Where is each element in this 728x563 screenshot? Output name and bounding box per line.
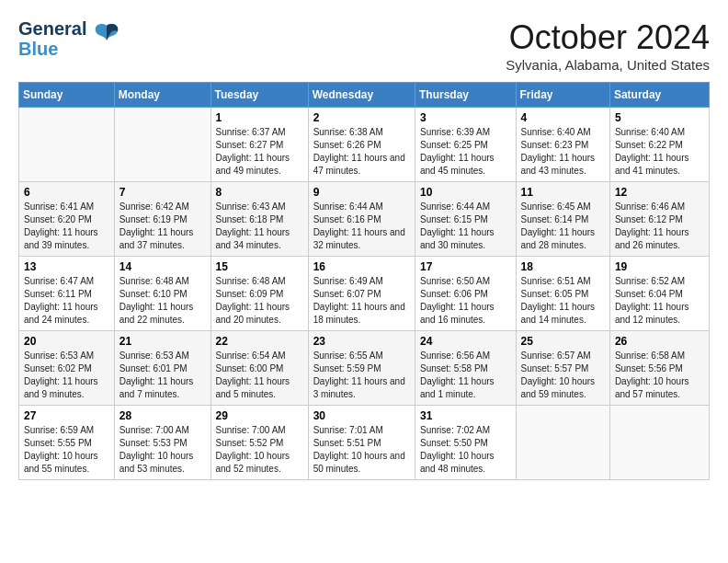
calendar-week-row: 1Sunrise: 6:37 AM Sunset: 6:27 PM Daylig…	[19, 108, 710, 182]
day-info: Sunrise: 7:00 AM Sunset: 5:52 PM Dayligh…	[216, 424, 303, 476]
calendar-week-row: 13Sunrise: 6:47 AM Sunset: 6:11 PM Dayli…	[19, 257, 710, 331]
day-number: 3	[420, 111, 511, 124]
day-number: 25	[521, 335, 605, 348]
day-number: 9	[313, 186, 410, 199]
day-info: Sunrise: 6:46 AM Sunset: 6:12 PM Dayligh…	[615, 201, 704, 252]
day-number: 13	[24, 260, 109, 273]
calendar-header-row: SundayMondayTuesdayWednesdayThursdayFrid…	[19, 83, 710, 108]
calendar-cell: 27Sunrise: 6:59 AM Sunset: 5:55 PM Dayli…	[19, 406, 115, 480]
day-number: 6	[24, 186, 109, 199]
calendar-cell	[114, 108, 210, 182]
calendar-body: 1Sunrise: 6:37 AM Sunset: 6:27 PM Daylig…	[19, 108, 710, 480]
calendar-cell: 28Sunrise: 7:00 AM Sunset: 5:53 PM Dayli…	[114, 406, 210, 480]
calendar-cell: 3Sunrise: 6:39 AM Sunset: 6:25 PM Daylig…	[415, 108, 516, 182]
day-info: Sunrise: 6:48 AM Sunset: 6:10 PM Dayligh…	[119, 275, 206, 327]
day-info: Sunrise: 6:53 AM Sunset: 6:01 PM Dayligh…	[119, 350, 206, 401]
day-number: 8	[216, 186, 303, 199]
day-number: 10	[420, 186, 511, 199]
calendar-cell: 30Sunrise: 7:01 AM Sunset: 5:51 PM Dayli…	[308, 406, 415, 480]
logo-line2: Blue	[18, 39, 86, 59]
day-of-week-header: Wednesday	[308, 83, 415, 108]
day-info: Sunrise: 6:48 AM Sunset: 6:09 PM Dayligh…	[216, 275, 303, 327]
day-of-week-header: Saturday	[609, 83, 709, 108]
logo-line1: General	[18, 18, 86, 39]
day-number: 7	[119, 186, 206, 199]
calendar-cell: 13Sunrise: 6:47 AM Sunset: 6:11 PM Dayli…	[19, 257, 115, 331]
day-number: 18	[521, 260, 605, 273]
day-number: 20	[24, 335, 109, 348]
day-number: 30	[313, 409, 410, 422]
day-info: Sunrise: 6:57 AM Sunset: 5:57 PM Dayligh…	[521, 350, 605, 401]
title-section: October 2024 Sylvania, Alabama, United S…	[506, 18, 710, 73]
logo: General Blue	[18, 18, 123, 59]
day-info: Sunrise: 6:55 AM Sunset: 5:59 PM Dayligh…	[313, 350, 410, 401]
day-number: 31	[420, 409, 511, 422]
day-info: Sunrise: 6:40 AM Sunset: 6:23 PM Dayligh…	[521, 126, 605, 178]
calendar-cell: 29Sunrise: 7:00 AM Sunset: 5:52 PM Dayli…	[210, 406, 308, 480]
month-title: October 2024	[506, 18, 710, 57]
day-info: Sunrise: 6:59 AM Sunset: 5:55 PM Dayligh…	[24, 424, 109, 476]
calendar-cell: 25Sunrise: 6:57 AM Sunset: 5:57 PM Dayli…	[516, 331, 609, 406]
calendar-cell: 22Sunrise: 6:54 AM Sunset: 6:00 PM Dayli…	[210, 331, 308, 406]
day-of-week-header: Monday	[114, 83, 210, 108]
day-info: Sunrise: 6:43 AM Sunset: 6:18 PM Dayligh…	[216, 201, 303, 252]
day-info: Sunrise: 7:01 AM Sunset: 5:51 PM Dayligh…	[313, 424, 410, 476]
day-number: 28	[119, 409, 206, 422]
calendar-cell: 21Sunrise: 6:53 AM Sunset: 6:01 PM Dayli…	[114, 331, 210, 406]
day-number: 14	[119, 260, 206, 273]
day-number: 16	[313, 260, 410, 273]
calendar-cell: 31Sunrise: 7:02 AM Sunset: 5:50 PM Dayli…	[415, 406, 516, 480]
day-number: 4	[521, 111, 605, 124]
calendar-cell: 10Sunrise: 6:44 AM Sunset: 6:15 PM Dayli…	[415, 182, 516, 257]
day-info: Sunrise: 6:41 AM Sunset: 6:20 PM Dayligh…	[24, 201, 109, 252]
page-header: General Blue October 2024 Sylvania, Alab…	[18, 18, 710, 73]
day-info: Sunrise: 6:56 AM Sunset: 5:58 PM Dayligh…	[420, 350, 511, 401]
calendar-cell: 2Sunrise: 6:38 AM Sunset: 6:26 PM Daylig…	[308, 108, 415, 182]
day-number: 24	[420, 335, 511, 348]
day-info: Sunrise: 6:38 AM Sunset: 6:26 PM Dayligh…	[313, 126, 410, 178]
calendar-cell: 15Sunrise: 6:48 AM Sunset: 6:09 PM Dayli…	[210, 257, 308, 331]
day-info: Sunrise: 7:00 AM Sunset: 5:53 PM Dayligh…	[119, 424, 206, 476]
day-of-week-header: Tuesday	[210, 83, 308, 108]
calendar-week-row: 27Sunrise: 6:59 AM Sunset: 5:55 PM Dayli…	[19, 406, 710, 480]
day-info: Sunrise: 6:47 AM Sunset: 6:11 PM Dayligh…	[24, 275, 109, 327]
day-info: Sunrise: 7:02 AM Sunset: 5:50 PM Dayligh…	[420, 424, 511, 476]
calendar-cell: 17Sunrise: 6:50 AM Sunset: 6:06 PM Dayli…	[415, 257, 516, 331]
logo-icon	[90, 18, 123, 55]
calendar-cell: 26Sunrise: 6:58 AM Sunset: 5:56 PM Dayli…	[609, 331, 709, 406]
day-number: 23	[313, 335, 410, 348]
calendar-week-row: 6Sunrise: 6:41 AM Sunset: 6:20 PM Daylig…	[19, 182, 710, 257]
day-number: 21	[119, 335, 206, 348]
calendar-cell: 20Sunrise: 6:53 AM Sunset: 6:02 PM Dayli…	[19, 331, 115, 406]
calendar-cell	[609, 406, 709, 480]
calendar-cell: 1Sunrise: 6:37 AM Sunset: 6:27 PM Daylig…	[210, 108, 308, 182]
day-number: 22	[216, 335, 303, 348]
day-number: 1	[216, 111, 303, 124]
day-info: Sunrise: 6:44 AM Sunset: 6:16 PM Dayligh…	[313, 201, 410, 252]
day-number: 11	[521, 186, 605, 199]
calendar-cell: 23Sunrise: 6:55 AM Sunset: 5:59 PM Dayli…	[308, 331, 415, 406]
location: Sylvania, Alabama, United States	[506, 57, 710, 73]
day-info: Sunrise: 6:45 AM Sunset: 6:14 PM Dayligh…	[521, 201, 605, 252]
day-number: 27	[24, 409, 109, 422]
day-info: Sunrise: 6:42 AM Sunset: 6:19 PM Dayligh…	[119, 201, 206, 252]
day-info: Sunrise: 6:52 AM Sunset: 6:04 PM Dayligh…	[615, 275, 704, 327]
day-of-week-header: Friday	[516, 83, 609, 108]
day-info: Sunrise: 6:44 AM Sunset: 6:15 PM Dayligh…	[420, 201, 511, 252]
day-info: Sunrise: 6:50 AM Sunset: 6:06 PM Dayligh…	[420, 275, 511, 327]
day-of-week-header: Thursday	[415, 83, 516, 108]
day-number: 2	[313, 111, 410, 124]
day-info: Sunrise: 6:58 AM Sunset: 5:56 PM Dayligh…	[615, 350, 704, 401]
calendar-cell: 14Sunrise: 6:48 AM Sunset: 6:10 PM Dayli…	[114, 257, 210, 331]
calendar-cell: 7Sunrise: 6:42 AM Sunset: 6:19 PM Daylig…	[114, 182, 210, 257]
calendar-cell: 11Sunrise: 6:45 AM Sunset: 6:14 PM Dayli…	[516, 182, 609, 257]
calendar-cell	[516, 406, 609, 480]
day-info: Sunrise: 6:53 AM Sunset: 6:02 PM Dayligh…	[24, 350, 109, 401]
day-number: 5	[615, 111, 704, 124]
day-number: 29	[216, 409, 303, 422]
day-info: Sunrise: 6:37 AM Sunset: 6:27 PM Dayligh…	[216, 126, 303, 178]
day-info: Sunrise: 6:39 AM Sunset: 6:25 PM Dayligh…	[420, 126, 511, 178]
calendar-cell	[19, 108, 115, 182]
calendar-table: SundayMondayTuesdayWednesdayThursdayFrid…	[18, 82, 710, 480]
day-info: Sunrise: 6:40 AM Sunset: 6:22 PM Dayligh…	[615, 126, 704, 178]
